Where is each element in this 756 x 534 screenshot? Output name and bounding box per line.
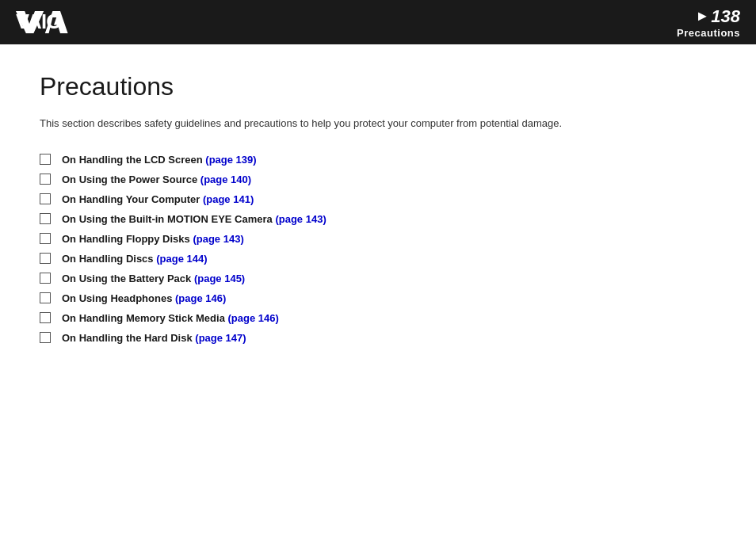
toc-item-label: On Using the Battery Pack (page 145) — [62, 273, 245, 284]
intro-paragraph: This section describes safety guidelines… — [40, 116, 716, 132]
toc-item-label: On Handling Discs (page 144) — [62, 253, 208, 265]
list-item: On Using the Built-in MOTION EYE Camera … — [40, 213, 716, 225]
list-item: On Using the Battery Pack (page 145) — [40, 273, 716, 284]
checkbox-icon — [40, 154, 51, 165]
main-content: Precautions This section describes safet… — [0, 44, 756, 376]
toc-item-label: On Using the Built-in MOTION EYE Camera … — [62, 213, 326, 225]
list-item: On Handling Memory Stick Media (page 146… — [40, 312, 716, 324]
checkbox-icon — [40, 174, 51, 185]
list-item: On Handling the Hard Disk (page 147) — [40, 332, 716, 344]
toc-item-label: On Handling the Hard Disk (page 147) — [62, 332, 246, 344]
checkbox-icon — [40, 312, 51, 323]
toc-item-link[interactable]: (page 146) — [227, 312, 278, 324]
toc-item-label: On Handling Floppy Disks (page 143) — [62, 233, 244, 245]
checkbox-icon — [40, 193, 51, 204]
toc-item-label: On Handling Memory Stick Media (page 146… — [62, 312, 279, 324]
checkbox-icon — [40, 292, 51, 303]
toc-item-label: On Handling the LCD Screen (page 139) — [62, 154, 257, 166]
toc-item-link[interactable]: (page 145) — [194, 273, 245, 284]
checkbox-icon — [40, 233, 51, 244]
vaio-logo: VAIO — [16, 11, 92, 33]
toc-item-label: On Using the Power Source (page 140) — [62, 174, 251, 185]
toc-item-link[interactable]: (page 141) — [203, 193, 254, 205]
toc-list: On Handling the LCD Screen (page 139)On … — [40, 154, 716, 344]
list-item: On Using Headphones (page 146) — [40, 292, 716, 304]
toc-item-link[interactable]: (page 143) — [275, 213, 326, 225]
toc-item-link[interactable]: (page 140) — [200, 174, 251, 185]
checkbox-icon — [40, 213, 51, 224]
list-item: On Handling Your Computer (page 141) — [40, 193, 716, 205]
checkbox-icon — [40, 273, 51, 284]
page-number: 138 — [711, 6, 740, 27]
toc-item-link[interactable]: (page 147) — [195, 332, 246, 344]
toc-item-link[interactable]: (page 143) — [193, 233, 243, 245]
toc-item-label: On Using Headphones (page 146) — [62, 292, 226, 304]
section-label: Precautions — [677, 27, 740, 39]
checkbox-icon — [40, 253, 51, 264]
list-item: On Using the Power Source (page 140) — [40, 174, 716, 185]
toc-item-label: On Handling Your Computer (page 141) — [62, 193, 254, 205]
toc-item-link[interactable]: (page 146) — [175, 292, 226, 304]
toc-item-link[interactable]: (page 144) — [156, 253, 207, 265]
header-right: ► 138 Precautions — [677, 6, 740, 39]
arrow-icon: ► — [695, 8, 709, 25]
list-item: On Handling Discs (page 144) — [40, 253, 716, 265]
list-item: On Handling the LCD Screen (page 139) — [40, 154, 716, 166]
page-title: Precautions — [40, 72, 716, 101]
svg-text:VAIO: VAIO — [16, 11, 61, 32]
page-number-line: ► 138 — [695, 6, 740, 27]
checkbox-icon — [40, 332, 51, 343]
list-item: On Handling Floppy Disks (page 143) — [40, 233, 716, 245]
toc-item-link[interactable]: (page 139) — [205, 154, 256, 166]
page-header: VAIO ► 138 Precautions — [0, 0, 756, 44]
